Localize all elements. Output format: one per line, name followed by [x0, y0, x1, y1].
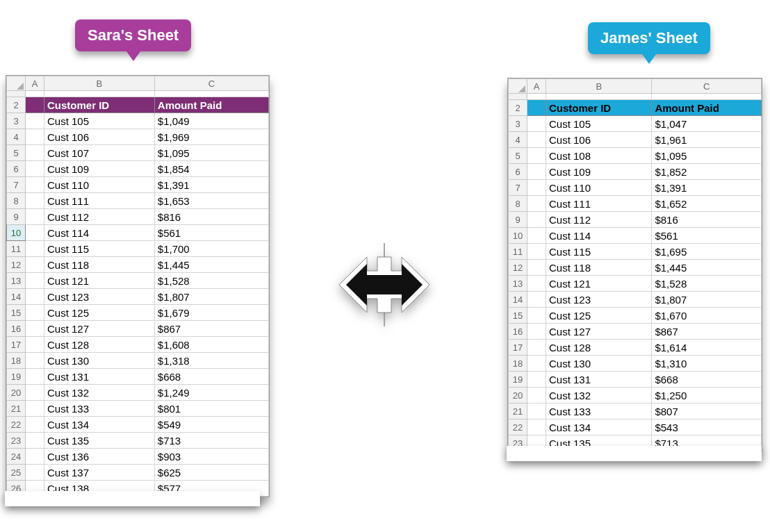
header-amount-paid[interactable]: Amount Paid	[154, 97, 268, 113]
cell[interactable]	[527, 372, 546, 388]
row-header[interactable]: 22	[7, 417, 26, 433]
amount-cell[interactable]: $577	[154, 481, 268, 497]
amount-cell[interactable]: $549	[154, 417, 268, 433]
amount-cell[interactable]: $1,653	[154, 193, 268, 209]
amount-cell[interactable]: $807	[652, 404, 762, 419]
customer-id-cell[interactable]: Cust 121	[44, 273, 155, 289]
customer-id-cell[interactable]: Cust 106	[546, 132, 652, 148]
customer-id-cell[interactable]: Cust 111	[546, 196, 652, 212]
customer-id-cell[interactable]: Cust 127	[546, 324, 652, 340]
row-1[interactable]: 1	[7, 91, 269, 97]
cell[interactable]	[26, 273, 44, 289]
amount-cell[interactable]: $1,047	[652, 116, 762, 132]
amount-cell[interactable]: $561	[154, 225, 268, 241]
data-header-row[interactable]: 2Customer IDAmount Paid	[7, 97, 269, 113]
customer-id-cell[interactable]: Cust 111	[44, 193, 155, 209]
table-row[interactable]: 24Cust 136$903	[7, 449, 269, 465]
amount-cell[interactable]: $1,528	[652, 276, 762, 292]
table-row[interactable]: 13Cust 121$1,528	[7, 273, 269, 289]
table-row[interactable]: 3Cust 105$1,049	[7, 113, 269, 129]
table-row[interactable]: 8Cust 111$1,653	[7, 193, 269, 209]
customer-id-cell[interactable]: Cust 112	[546, 212, 652, 228]
cell[interactable]	[527, 148, 546, 164]
amount-cell[interactable]: $1,095	[652, 148, 762, 164]
amount-cell[interactable]: $668	[652, 372, 762, 388]
customer-id-cell[interactable]: Cust 131	[44, 369, 155, 385]
table-row[interactable]: 19Cust 131$668	[7, 369, 269, 385]
row-header[interactable]: 7	[7, 177, 26, 193]
row-header[interactable]: 19	[509, 372, 527, 388]
customer-id-cell[interactable]: Cust 105	[44, 113, 155, 129]
customer-id-cell[interactable]: Cust 125	[44, 305, 155, 321]
amount-cell[interactable]: $1,695	[652, 244, 762, 260]
cell[interactable]	[527, 388, 546, 404]
table-row[interactable]: 4Cust 106$1,969	[7, 129, 269, 145]
row-header[interactable]: 2	[7, 97, 26, 113]
customer-id-cell[interactable]: Cust 105	[546, 116, 652, 132]
table-row[interactable]: 11Cust 115$1,700	[7, 241, 269, 257]
row-header[interactable]: 4	[7, 129, 26, 145]
table-row[interactable]: 23Cust 135$713	[7, 433, 269, 449]
sara-grid[interactable]: A B C 1 2Customer IDAmount Paid3Cust 105…	[6, 76, 269, 497]
column-header-a[interactable]: A	[26, 76, 44, 91]
row-header[interactable]: 3	[509, 116, 527, 132]
cell[interactable]	[26, 225, 44, 241]
row-header[interactable]: 25	[7, 465, 26, 481]
column-header-row[interactable]: A B C	[509, 79, 762, 94]
customer-id-cell[interactable]: Cust 134	[44, 417, 155, 433]
row-header[interactable]: 8	[7, 193, 26, 209]
customer-id-cell[interactable]: Cust 136	[44, 449, 155, 465]
amount-cell[interactable]: $801	[154, 401, 268, 417]
cell[interactable]	[527, 116, 546, 132]
table-row[interactable]: 17Cust 128$1,608	[7, 337, 269, 353]
customer-id-cell[interactable]: Cust 130	[44, 353, 155, 369]
customer-id-cell[interactable]: Cust 131	[546, 372, 652, 388]
row-header[interactable]: 3	[7, 113, 26, 129]
row-header[interactable]: 13	[509, 276, 527, 292]
amount-cell[interactable]: $713	[652, 435, 762, 451]
cell[interactable]	[26, 289, 44, 305]
cell[interactable]	[527, 164, 546, 180]
row-header[interactable]: 21	[7, 401, 26, 417]
select-all-corner[interactable]	[7, 76, 26, 91]
row-header[interactable]: 15	[509, 308, 527, 324]
table-row[interactable]: 23Cust 135$713	[509, 435, 762, 451]
row-header[interactable]: 21	[509, 404, 527, 419]
table-row[interactable]: 12Cust 118$1,445	[509, 260, 762, 276]
cell[interactable]	[26, 433, 44, 449]
customer-id-cell[interactable]: Cust 115	[546, 244, 652, 260]
cell[interactable]	[26, 161, 44, 177]
customer-id-cell[interactable]: Cust 114	[44, 225, 155, 241]
table-row[interactable]: 14Cust 123$1,807	[509, 292, 762, 308]
cell[interactable]	[26, 113, 44, 129]
amount-cell[interactable]: $1,445	[652, 260, 762, 276]
amount-cell[interactable]: $1,391	[652, 180, 762, 196]
amount-cell[interactable]: $816	[154, 209, 268, 225]
row-header[interactable]: 12	[7, 257, 26, 273]
customer-id-cell[interactable]: Cust 138	[44, 481, 155, 497]
cell[interactable]	[527, 212, 546, 228]
select-all-corner[interactable]	[509, 79, 527, 94]
row-header[interactable]: 15	[7, 305, 26, 321]
cell[interactable]	[26, 353, 44, 369]
customer-id-cell[interactable]: Cust 121	[546, 276, 652, 292]
row-header[interactable]: 7	[509, 180, 527, 196]
amount-cell[interactable]: $1,250	[652, 388, 762, 404]
amount-cell[interactable]: $1,854	[154, 161, 268, 177]
amount-cell[interactable]: $1,391	[154, 177, 268, 193]
row-header[interactable]: 19	[7, 369, 26, 385]
table-row[interactable]: 10Cust 114$561	[7, 225, 269, 241]
row-header[interactable]: 17	[7, 337, 26, 353]
customer-id-cell[interactable]: Cust 110	[44, 177, 155, 193]
customer-id-cell[interactable]: Cust 118	[546, 260, 652, 276]
cell[interactable]	[26, 257, 44, 273]
row-header[interactable]: 18	[7, 353, 26, 369]
cell[interactable]	[527, 404, 546, 419]
customer-id-cell[interactable]: Cust 130	[546, 356, 652, 372]
column-header-b[interactable]: B	[44, 76, 155, 91]
table-row[interactable]: 8Cust 111$1,652	[509, 196, 762, 212]
row-header[interactable]: 10	[509, 228, 527, 244]
cell[interactable]	[26, 369, 44, 385]
amount-cell[interactable]: $1,969	[154, 129, 268, 145]
row-header[interactable]: 23	[7, 433, 26, 449]
